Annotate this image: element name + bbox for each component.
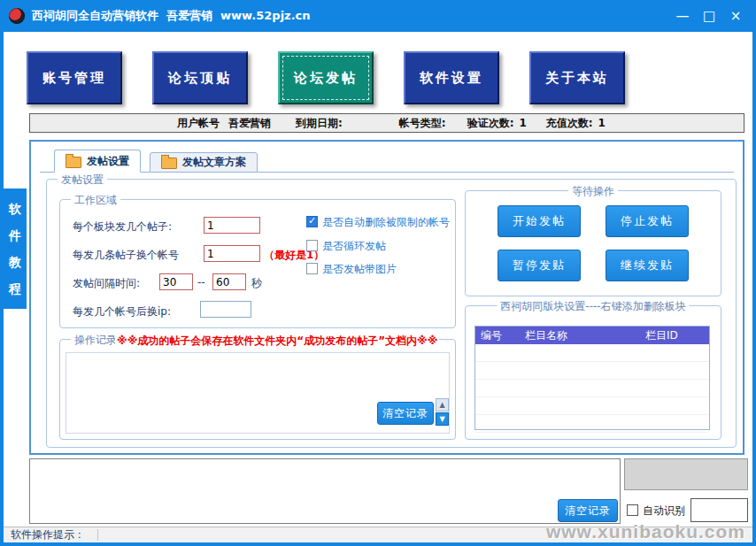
nav-forum-bump[interactable]: 论坛顶贴: [152, 51, 248, 104]
wait-operation-group: 等待操作 开始发帖 停止发帖 暂停发贴 继续发贴: [465, 190, 721, 296]
interval-separator: --: [197, 276, 205, 288]
ip-switch-input[interactable]: [200, 301, 251, 318]
loop-posting-label: 是否循环发帖: [322, 239, 386, 254]
folder-icon: [66, 157, 81, 168]
bottom-right-panel: [624, 458, 748, 490]
sidebar-tutorial-button[interactable]: 软件教程: [4, 188, 27, 309]
wait-operation-group-title: 等待操作: [568, 184, 618, 199]
sidebar-tutorial-label: 软件教程: [9, 196, 22, 302]
pause-posting-button[interactable]: 暂停发贴: [498, 250, 581, 281]
continue-posting-button[interactable]: 继续发贴: [606, 250, 689, 281]
account-type-label: 帐号类型:: [399, 116, 446, 131]
interval-max-input[interactable]: [212, 273, 246, 290]
ip-switch-label: 每发几个帐号后换ip:: [73, 304, 171, 319]
table-row: [475, 397, 709, 415]
auto-recognize-input[interactable]: [690, 498, 748, 522]
board-table-header: 编号 栏目名称 栏目ID: [475, 327, 709, 344]
minimize-button[interactable]: —: [669, 5, 696, 27]
nav-forum-post[interactable]: 论坛发帖: [278, 51, 374, 104]
status-tip-label: 软件操作提示：: [11, 527, 85, 542]
expiry-date-label: 到期日期:: [296, 116, 343, 131]
verify-count-value: 1: [519, 117, 526, 129]
nav-software-settings[interactable]: 软件设置: [404, 51, 499, 104]
column-id-header: 栏目ID: [640, 327, 709, 344]
tab-article-plan[interactable]: 发帖文章方案: [150, 152, 258, 173]
maximize-button[interactable]: □: [696, 5, 722, 27]
auto-recognize-checkbox[interactable]: [627, 504, 638, 516]
start-posting-button[interactable]: 开始发帖: [498, 205, 581, 237]
interval-label: 发帖间隔时间:: [73, 276, 140, 291]
tab-article-plan-label: 发帖文章方案: [182, 155, 246, 170]
table-row: [475, 344, 709, 362]
work-area-group: 工作区域 每个板块发几个帖子: 是否自动删除被限制的帐号 每发几条帖子换个帐号 …: [59, 199, 456, 328]
posts-per-account-label: 每发几条帖子换个帐号: [73, 248, 179, 263]
nav-about-site[interactable]: 关于本站: [529, 51, 625, 104]
work-area-group-title: 工作区域: [71, 193, 120, 208]
stop-posting-button[interactable]: 停止发帖: [606, 205, 689, 237]
close-button[interactable]: ×: [722, 5, 749, 27]
posts-per-board-input[interactable]: [204, 217, 260, 234]
posts-per-account-input[interactable]: [204, 245, 260, 262]
window-body: 账号管理 论坛顶贴 论坛发帖 软件设置 关于本站 用户帐号 吾爱营销 到期日期:…: [4, 32, 752, 542]
bottom-log-area[interactable]: [29, 458, 621, 524]
app-icon: [9, 8, 25, 24]
folder-icon: [161, 158, 177, 169]
user-account-label: 用户帐号: [177, 116, 220, 131]
user-account-value: 吾爱营销: [228, 116, 271, 131]
posts-per-board-label: 每个板块发几个帖子:: [73, 219, 172, 235]
record-scrollbar: ▲ ▼: [436, 398, 449, 426]
auto-recognize-label: 自动识别: [643, 504, 685, 519]
interval-unit-label: 秒: [251, 276, 262, 291]
app-window: 西祠胡同全自动营销软件 吾爱营销 www.52pjz.cn — □ × 账号管理…: [0, 0, 756, 546]
main-panel: 发帖设置 发帖文章方案 发帖设置 工作区域 每个板块发几个帖子: 是否自动删除被…: [29, 140, 744, 455]
table-row: [475, 380, 709, 397]
tab-post-settings[interactable]: 发帖设置: [54, 150, 141, 173]
record-group-title: 操作记录: [71, 333, 120, 348]
record-notice: ※※成功的帖子会保存在软件文件夹内“成功发布的帖子”文档内※※: [115, 334, 439, 349]
verify-count-label: 验证次数:: [467, 116, 514, 131]
recharge-count-label: 充值次数:: [546, 116, 593, 131]
clear-log-button[interactable]: 清空记录: [558, 499, 618, 522]
watermark: www.xunibaoku.com: [546, 521, 745, 542]
post-with-images-checkbox[interactable]: [306, 263, 318, 274]
window-controls: — □ ×: [669, 5, 749, 27]
table-row: [475, 415, 709, 433]
titlebar: 西祠胡同全自动营销软件 吾爱营销 www.52pjz.cn — □ ×: [0, 0, 756, 32]
account-info-bar: 用户帐号 吾爱营销 到期日期: 帐号类型: 验证次数: 1 充值次数: 1: [29, 113, 744, 133]
scroll-up-icon[interactable]: ▲: [436, 398, 449, 411]
tab-post-settings-label: 发帖设置: [87, 154, 129, 169]
board-settings-group: 西祠胡同版块设置----右键添加删除板块 编号 栏目名称 栏目ID: [465, 305, 721, 440]
column-number-header: 编号: [475, 327, 520, 344]
status-separator: [97, 529, 98, 541]
loop-posting-checkbox[interactable]: [306, 240, 318, 251]
window-title: 西祠胡同全自动营销软件 吾爱营销 www.52pjz.cn: [32, 8, 311, 24]
auto-delete-limited-checkbox[interactable]: [306, 216, 318, 227]
clear-record-button[interactable]: 清空记录: [377, 402, 434, 425]
table-row: [475, 362, 709, 380]
recharge-count-value: 1: [598, 117, 606, 129]
scroll-down-icon[interactable]: ▼: [436, 412, 449, 426]
board-settings-group-title: 西祠胡同版块设置----右键添加删除板块: [497, 299, 689, 314]
nav-account-management[interactable]: 账号管理: [27, 51, 122, 104]
post-settings-group: 发帖设置 工作区域 每个板块发几个帖子: 是否自动删除被限制的帐号 每发几条帖子…: [46, 179, 737, 448]
auto-delete-limited-label: 是否自动删除被限制的帐号: [322, 215, 450, 230]
interval-min-input[interactable]: [159, 273, 193, 290]
column-name-header: 栏目名称: [520, 327, 640, 344]
post-with-images-label: 是否发帖带图片: [322, 262, 397, 277]
post-settings-group-title: 发帖设置: [58, 173, 107, 188]
tabstrip: 发帖设置 发帖文章方案: [40, 149, 734, 173]
record-group: 操作记录 ※※成功的帖子会保存在软件文件夹内“成功发布的帖子”文档内※※ 清空记…: [59, 339, 456, 440]
board-table[interactable]: 编号 栏目名称 栏目ID: [474, 326, 710, 430]
